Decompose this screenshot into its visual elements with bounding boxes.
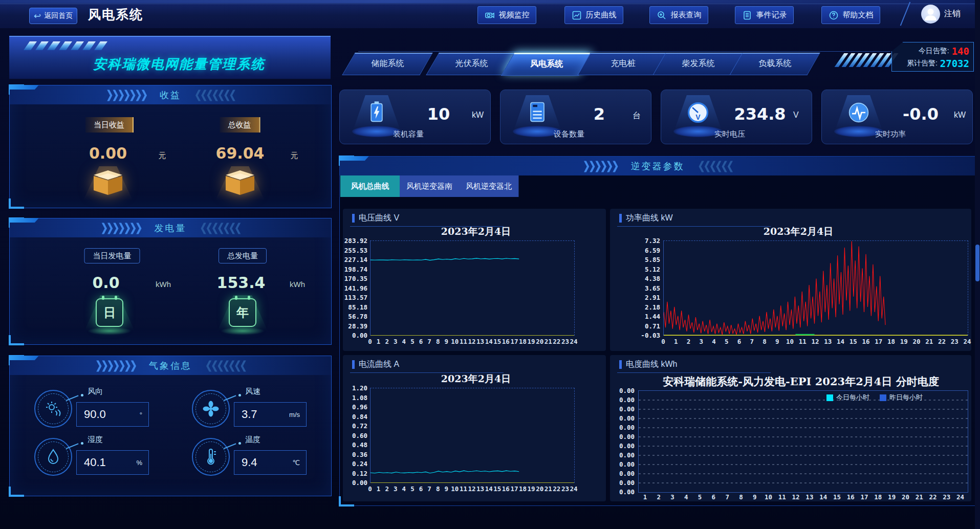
x-tick-label: 6 [419, 338, 423, 345]
x-tick-label: 8 [763, 338, 767, 345]
x-tick-label: 0 [661, 338, 665, 345]
curve-tab-north[interactable]: 风机逆变器北 [459, 175, 519, 197]
x-tick-label: 18 [887, 338, 895, 345]
chart-date: 2023年2月4日 [441, 225, 511, 238]
question-icon [829, 10, 839, 20]
x-tick-label: 23 [943, 493, 950, 501]
legend-item[interactable]: 今日每小时 [826, 393, 869, 402]
y-tick-label: 0.00 [619, 488, 635, 496]
x-tick-label: 11 [460, 485, 467, 493]
y-tick-label: 5.85 [645, 256, 660, 263]
energy-chart-title: 电度曲线 kWh [626, 359, 677, 370]
y-tick-label: 0.00 [352, 332, 367, 339]
chart-date: 2023年2月4日 [764, 225, 833, 238]
x-tick-label: 0 [368, 338, 372, 345]
chart-icon [572, 10, 582, 20]
y-tick-label: -0.03 [641, 332, 660, 339]
report-query-label: 报表查询 [671, 10, 702, 20]
y-tick-label: 0.71 [645, 322, 660, 329]
y-tick-label: 6.59 [645, 246, 660, 254]
icon-connector [224, 394, 241, 401]
tab-storage-system[interactable]: 储能系统 [342, 53, 432, 75]
y-tick-label: 0.00 [619, 387, 635, 394]
income-panel: ❯❯❯❯❯❯❯ 收益 ❮❮❮❮❮❮❮ 当日收益 总收益 0.00 元 69.04… [9, 85, 332, 208]
inverter-panel-header: ❯❯❯❯❯❯ 逆变器参数 ❮❮❮❮❮❮ [340, 157, 975, 175]
x-tick-label: 20 [536, 485, 543, 493]
x-tick-label: 6 [419, 485, 423, 493]
x-tick-label: 2 [657, 493, 661, 501]
weather-panel-header: ❯❯❯❯❯❯❯ 气象信息 ❮❮❮❮❮❮❮ [10, 356, 331, 375]
x-tick-label: 15 [493, 485, 501, 493]
x-tick-label: 12 [792, 493, 800, 501]
energy-chart-heading: 安科瑞储能系统-风力发电-EPI 2023年2月4日 分时电度 [663, 374, 939, 389]
top-strip [0, 0, 980, 3]
x-tick-label: 11 [778, 493, 786, 501]
scrollbar-thumb[interactable] [975, 245, 979, 281]
video-monitor-label: 视频监控 [499, 10, 530, 20]
daily-income-unit: 元 [159, 151, 166, 161]
x-tick-label: 4 [684, 493, 688, 501]
x-tick-label: 21 [545, 485, 552, 493]
voltage-chart-title: 电压曲线 V [359, 213, 399, 224]
event-record-button[interactable]: 事件记录 [735, 6, 794, 24]
x-tick-label: 3 [670, 493, 674, 501]
income-panel-header: ❯❯❯❯❯❯❯ 收益 ❮❮❮❮❮❮❮ [10, 85, 331, 104]
legend-swatch-icon [880, 394, 886, 401]
weather-panel: ❯❯❯❯❯❯❯ 气象信息 ❮❮❮❮❮❮❮ 风向 90.0 ° 风速 3.7 m/… [9, 356, 332, 496]
wind-speed-value: 3.7 [242, 408, 289, 421]
back-arrow-icon: ↩ [34, 12, 41, 20]
total-income-label: 总收益 [220, 117, 260, 133]
logout-button[interactable]: 注销 [944, 9, 961, 19]
header-notch [9, 356, 39, 360]
curve-tab-total[interactable]: 风机总曲线 [340, 175, 400, 197]
help-doc-button[interactable]: 帮助文档 [821, 6, 880, 24]
y-tick-label: 0.00 [619, 433, 635, 440]
wind-speed-box: 3.7 m/s [234, 402, 307, 427]
yearly-calendar-icon: 年 [229, 298, 256, 327]
x-tick-label: 14 [485, 338, 493, 345]
legend-item[interactable]: 昨日每小时 [880, 393, 923, 402]
avatar[interactable] [921, 5, 940, 24]
stat-unit: 台 [633, 111, 641, 121]
top-bar: ↩ 返回首页 风电系统 视频监控 历史曲线 报表查询 事件记录 帮助文档 [0, 0, 980, 29]
tab-diesel-system[interactable]: 柴发系统 [652, 53, 743, 75]
wind-speed-label: 风速 [245, 387, 260, 396]
back-home-button[interactable]: ↩ 返回首页 [29, 8, 77, 24]
weather-cell-wind-speed: 风速 3.7 m/s [192, 386, 345, 431]
y-tick-label: 0.96 [352, 403, 367, 411]
x-tick-label: 24 [963, 338, 971, 345]
top-line [0, 4, 980, 4]
stat-value: 10 [405, 104, 472, 124]
total-alert-label: 累计告警: [907, 59, 938, 68]
chevrons-left-icon: ❮❮❮❮❮❮❮ [205, 359, 246, 372]
x-tick-label: 10 [451, 485, 459, 493]
gold-box-icon [90, 169, 126, 201]
history-curve-button[interactable]: 历史曲线 [564, 6, 623, 24]
x-tick-label: 4 [402, 485, 406, 493]
title-bar [352, 360, 355, 369]
gold-box-icon [222, 169, 258, 201]
curve-tab-south[interactable]: 风机逆变器南 [400, 175, 460, 197]
stat-unit: kW [954, 111, 966, 120]
legend-label: 昨日每小时 [889, 393, 923, 402]
y-tick-label: 0.00 [619, 460, 635, 468]
title-bar [352, 214, 355, 223]
x-tick-label: 16 [502, 338, 510, 345]
power-plot [663, 240, 968, 336]
search-icon [657, 10, 667, 20]
legend-label: 今日每小时 [836, 393, 869, 402]
wind-direction-unit: ° [140, 411, 142, 418]
y-tick-label: 0.60 [352, 431, 367, 439]
y-tick-label: 141.96 [344, 284, 367, 292]
income-panel-title: 收益 [160, 89, 181, 101]
y-tick-label: 85.18 [348, 303, 367, 311]
x-tick-label: 17 [510, 338, 518, 345]
tab-load-system[interactable]: 负载系统 [729, 53, 820, 75]
y-tick-label: 0.36 [352, 450, 367, 458]
chevrons-left-icon: ❮❮❮❮❮❮❮ [200, 221, 241, 234]
y-tick-label: 0.00 [619, 424, 635, 431]
report-query-button[interactable]: 报表查询 [649, 6, 708, 24]
video-monitor-button[interactable]: 视频监控 [477, 6, 536, 24]
x-tick-label: 11 [799, 338, 807, 345]
x-tick-label: 19 [888, 493, 896, 501]
